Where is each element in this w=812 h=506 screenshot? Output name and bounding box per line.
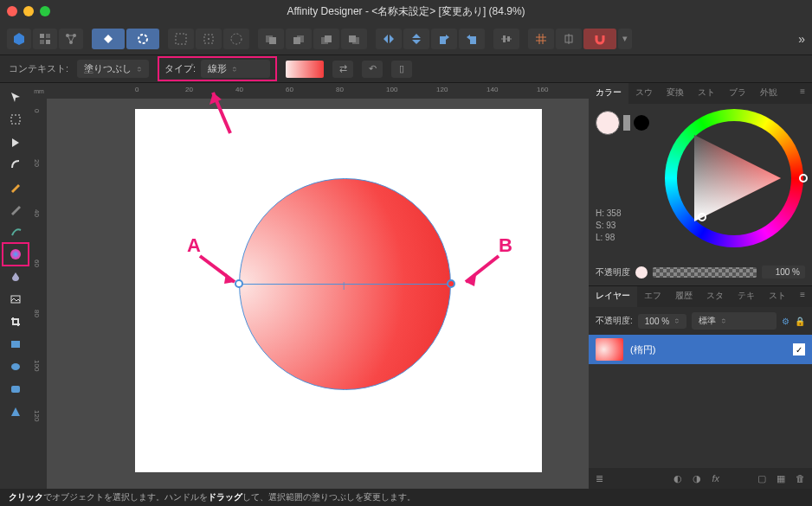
assets-icon[interactable] <box>92 29 125 49</box>
gradient-midpoint[interactable]: | <box>343 281 345 290</box>
svg-rect-21 <box>440 36 446 44</box>
rectangle-tool-icon[interactable] <box>5 336 26 353</box>
tab-stroke2[interactable]: スト <box>762 286 793 307</box>
panel-menu-icon[interactable]: ≡ <box>793 83 812 104</box>
gradient-swatch[interactable] <box>286 61 324 78</box>
guides-icon[interactable] <box>556 29 582 49</box>
window-controls <box>7 6 50 16</box>
svg-rect-3 <box>40 40 44 44</box>
main-area: mm 0 20 40 60 80 100 120 140 160 0 20 40… <box>0 83 812 489</box>
svg-rect-28 <box>11 115 20 124</box>
ellipse-tool-icon[interactable] <box>5 358 26 375</box>
rotl-icon[interactable] <box>431 29 457 49</box>
tab-layers[interactable]: レイヤー <box>589 286 637 307</box>
pencil-tool-icon[interactable] <box>5 201 26 218</box>
tab-effects[interactable]: エフ <box>637 286 668 307</box>
trash-icon[interactable]: 🗑 <box>796 473 805 484</box>
hue-cursor[interactable] <box>799 174 808 183</box>
color-wheel[interactable] <box>665 109 803 247</box>
opacity-slider[interactable] <box>653 267 757 278</box>
layer-panel-menu-icon[interactable]: ≡ <box>793 286 812 307</box>
corner-tool-icon[interactable] <box>5 156 26 173</box>
triangle-tool-icon[interactable] <box>5 403 26 420</box>
reverse-gradient-icon[interactable]: ⇄ <box>332 61 353 78</box>
gear-icon[interactable]: ⚙ <box>782 317 789 326</box>
move-tool-icon[interactable] <box>5 88 26 106</box>
tab-stroke[interactable]: スト <box>691 83 722 104</box>
minimize-icon[interactable] <box>23 6 34 16</box>
fill-dropdown[interactable]: 塗りつぶし <box>77 60 149 78</box>
grid-icon[interactable] <box>528 29 554 49</box>
gradient-line[interactable] <box>239 284 451 285</box>
close-icon[interactable] <box>7 6 17 16</box>
tab-brushes[interactable]: ブラ <box>722 83 753 104</box>
toolbar-overflow-icon[interactable]: » <box>798 32 805 46</box>
tab-color[interactable]: カラー <box>589 83 628 104</box>
artboard-tool-icon[interactable] <box>5 111 26 128</box>
mask-icon[interactable]: ◐ <box>673 473 682 484</box>
snap3-icon[interactable] <box>223 29 249 49</box>
tab-text[interactable]: テキ <box>731 286 762 307</box>
persona-pixel-icon[interactable] <box>33 29 57 49</box>
adjustment-icon[interactable]: ◑ <box>693 473 701 484</box>
svg-rect-16 <box>293 37 300 44</box>
add-layer-icon[interactable]: ▢ <box>757 473 766 484</box>
tab-styles[interactable]: スタ <box>699 286 731 307</box>
context-label: コンテキスト: <box>9 62 68 75</box>
fx-icon[interactable]: fx <box>712 473 719 484</box>
hsl-readout: H: 358 S: 93 L: 98 <box>596 208 621 244</box>
sl-cursor[interactable] <box>698 213 706 221</box>
magnet-icon[interactable] <box>583 29 616 49</box>
tab-history[interactable]: 履歴 <box>668 286 699 307</box>
blend-mode-dropdown[interactable]: 標準 <box>692 312 777 330</box>
canvas-area[interactable]: mm 0 20 40 60 80 100 120 140 160 0 20 40… <box>31 83 589 489</box>
crop-tool-icon[interactable] <box>5 313 26 330</box>
eyedropper-icon[interactable] <box>623 115 630 131</box>
layer-panel-tabs: レイヤー エフ 履歴 スタ テキ スト ≡ <box>589 286 812 307</box>
fliph-icon[interactable] <box>376 29 402 49</box>
flipv-icon[interactable] <box>403 29 429 49</box>
rotate-gradient-icon[interactable]: ↶ <box>362 61 383 78</box>
snap2-icon[interactable] <box>196 29 222 49</box>
lock-aspect-icon[interactable]: ▯ <box>391 61 412 78</box>
opacity-value[interactable]: 100 % <box>762 266 805 279</box>
arrange2-icon[interactable] <box>286 29 312 49</box>
place-image-tool-icon[interactable] <box>5 291 26 308</box>
transparency-tool-icon[interactable] <box>5 268 26 285</box>
gradient-handle-end[interactable] <box>447 279 455 288</box>
tab-transform[interactable]: 変換 <box>660 83 691 104</box>
tab-appearance[interactable]: 外観 <box>753 83 784 104</box>
svg-point-32 <box>11 363 20 370</box>
artboard[interactable]: | A B <box>135 109 542 472</box>
layers-bottom-bar: ≣ ◐ ◑ fx ▢ ▦ 🗑 <box>589 468 812 489</box>
symbols-icon[interactable] <box>126 29 159 49</box>
persona-export-icon[interactable] <box>59 29 83 49</box>
maximize-icon[interactable] <box>40 6 50 16</box>
arrange3-icon[interactable] <box>313 29 339 49</box>
align-icon[interactable] <box>493 29 519 49</box>
pen-tool-icon[interactable] <box>5 178 26 195</box>
chevron-down-icon[interactable]: ▾ <box>618 29 632 49</box>
type-dropdown[interactable]: 線形 <box>201 60 270 78</box>
brush-tool-icon[interactable] <box>5 223 26 240</box>
layers-icon[interactable]: ≣ <box>596 473 603 484</box>
group-icon[interactable]: ▦ <box>777 473 785 484</box>
tab-swatches[interactable]: スウ <box>628 83 660 104</box>
arrange1-icon[interactable] <box>258 29 284 49</box>
svg-rect-25 <box>507 36 510 42</box>
persona-designer-icon[interactable] <box>7 29 31 49</box>
arrange4-icon[interactable] <box>341 29 367 49</box>
lock-icon[interactable]: 🔒 <box>795 317 805 326</box>
fill-swatch[interactable] <box>596 111 620 135</box>
layer-opacity-dropdown[interactable]: 100 % <box>638 314 686 329</box>
color-panel-tabs: カラー スウ 変換 スト ブラ 外観 ≡ <box>589 83 812 104</box>
fill-tool-icon[interactable] <box>5 246 26 263</box>
snap-icon[interactable] <box>168 29 194 49</box>
stroke-swatch[interactable] <box>634 115 649 131</box>
rounded-rect-tool-icon[interactable] <box>5 381 26 398</box>
svg-point-29 <box>10 249 21 259</box>
rotr-icon[interactable] <box>459 29 485 49</box>
layer-item[interactable]: (楕円) ✓ <box>589 335 812 364</box>
node-tool-icon[interactable] <box>5 133 26 151</box>
layer-visibility-checkbox[interactable]: ✓ <box>793 343 805 355</box>
